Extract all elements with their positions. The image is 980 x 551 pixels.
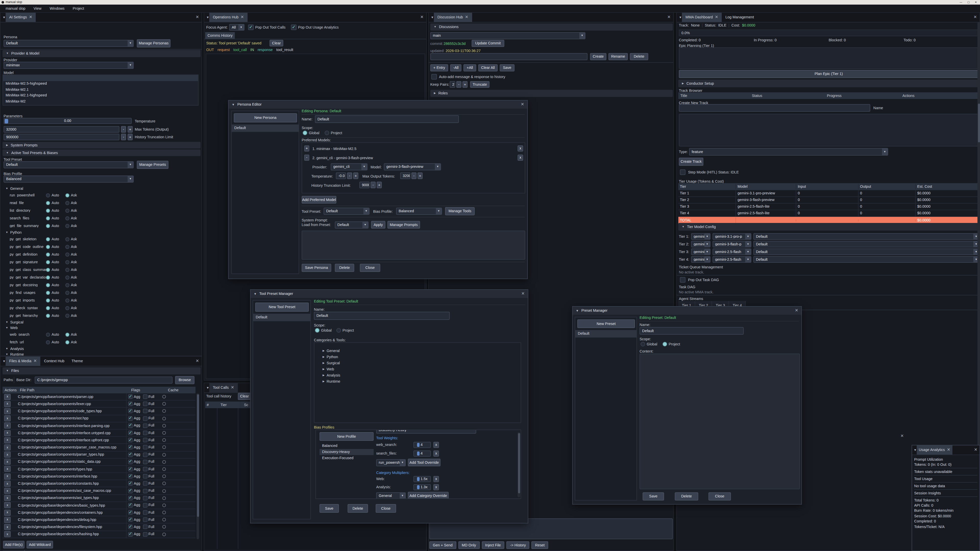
tier-model-config-header[interactable]: ▼Tier Model Config [678, 223, 979, 230]
weight-remove-button[interactable]: x [433, 450, 439, 456]
full-checkbox[interactable]: ✓ [143, 489, 148, 493]
tool-override-select[interactable]: run_powershell▼ [376, 459, 406, 466]
tab-theme[interactable]: Theme [68, 357, 86, 366]
tier-model-select[interactable]: gemini-3-flash-p▼ [713, 241, 751, 248]
new-persona-button[interactable]: New Persona [234, 113, 297, 122]
manage-personas-button[interactable]: Manage Personas [137, 39, 170, 48]
file-remove-button[interactable]: x [4, 524, 11, 530]
bias-profile-list-item[interactable]: Discovery-Heavy [320, 449, 374, 455]
add-files-button[interactable]: Add File(s) [3, 541, 24, 548]
preset-content-textarea[interactable] [640, 354, 800, 489]
browse-button[interactable]: Browse [175, 376, 194, 384]
agg-checkbox[interactable]: ✓ [128, 525, 133, 529]
delete-persona-button[interactable]: Delete [335, 264, 354, 272]
auto-radio[interactable] [46, 201, 50, 205]
create-track-button[interactable]: Create Track [679, 158, 703, 166]
agg-checkbox[interactable]: ✓ [128, 438, 133, 442]
pm-maxout-plus[interactable]: + [417, 172, 423, 179]
ask-radio[interactable] [65, 298, 69, 302]
base-dir-input[interactable]: C:/projects/gencpp [35, 376, 172, 384]
preset-save-button[interactable]: Save [643, 492, 664, 500]
tpm-titlebar[interactable]: ▼Tool Preset Manager✕ [251, 290, 528, 298]
agg-checkbox[interactable]: ✓ [128, 495, 133, 500]
ask-radio[interactable] [65, 275, 69, 279]
weight-slider[interactable]: 4 [414, 441, 431, 448]
persona-list-item[interactable]: Default [232, 124, 299, 132]
ask-radio[interactable] [65, 283, 69, 287]
conductor-setup-header[interactable]: ▶Conductor Setup [678, 79, 979, 87]
group-general-header[interactable]: ▼General [0, 186, 200, 191]
ask-radio[interactable] [65, 208, 69, 213]
auto-radio[interactable] [46, 291, 50, 295]
pm-temp-plus[interactable]: + [353, 172, 358, 179]
tool-preset-list-item[interactable]: Default [253, 314, 310, 321]
file-remove-button[interactable]: x [4, 473, 11, 479]
tab-close-icon[interactable]: ✕ [33, 359, 37, 364]
ask-radio[interactable] [65, 245, 69, 249]
panel-collapse-icon[interactable]: ▼ [3, 16, 6, 19]
auto-radio[interactable] [46, 224, 50, 228]
preset-name-input[interactable]: Default [640, 327, 744, 335]
tier-preset-select[interactable]: Default▼ [753, 248, 980, 255]
panel-collapse-icon[interactable]: ▼ [914, 448, 917, 451]
dialog-close-icon[interactable]: ✕ [521, 102, 524, 107]
ask-radio[interactable] [65, 252, 69, 256]
create-discussion-button[interactable]: Create [590, 53, 606, 60]
track-type-select[interactable]: feature▼ [689, 148, 888, 156]
model-list-item[interactable]: MiniMax-M2.1-highspeed [3, 93, 198, 98]
tier-model-select[interactable]: gemini-3.1-pro-p▼ [713, 233, 751, 240]
keep-pairs-input[interactable]: 2 [450, 81, 455, 88]
multiplier-slider[interactable]: 1.3x [414, 484, 431, 490]
composer-button[interactable]: Reset [531, 541, 549, 549]
category-override-select[interactable]: General▼ [376, 492, 406, 499]
track-description-textarea[interactable] [679, 114, 978, 146]
ask-radio[interactable] [65, 260, 69, 264]
popout-tool-calls-checkbox[interactable]: ✓ [248, 24, 254, 30]
panel-collapse-icon[interactable]: ▼ [206, 16, 209, 19]
panel-close-icon[interactable]: ✕ [420, 15, 424, 20]
bias-profile-list-item[interactable]: Balanced [320, 443, 374, 449]
auto-add-checkbox[interactable]: ✓ [431, 74, 437, 79]
close-persona-button[interactable]: Close [360, 264, 380, 272]
entry-action-button[interactable]: +All [464, 64, 476, 71]
agg-checkbox[interactable]: ✓ [128, 510, 133, 515]
ask-radio[interactable] [65, 268, 69, 272]
tab-discussion-hub[interactable]: Discussion Hub✕ [434, 13, 472, 22]
minimize-icon[interactable]: — [959, 1, 962, 4]
file-remove-button[interactable]: x [4, 445, 11, 451]
composer-button[interactable]: MD Only [458, 541, 479, 549]
tab-ai-settings[interactable]: AI Settings✕ [6, 13, 36, 22]
agg-checkbox[interactable]: ✓ [128, 460, 133, 464]
tier-model-select[interactable]: gemini-2.5-flash▼ [713, 256, 751, 263]
tab-close-icon[interactable]: ✕ [715, 15, 718, 20]
panel-collapse-icon[interactable]: ▼ [679, 16, 682, 19]
files-scrollbar[interactable] [197, 393, 199, 539]
panel-close-icon[interactable]: ✕ [196, 359, 199, 364]
tier-model-select[interactable]: gemini-2.5-flash▼ [713, 248, 751, 255]
tab-close-icon[interactable]: ✕ [465, 15, 468, 20]
model2-remove-button[interactable]: x [517, 155, 523, 161]
provider-select[interactable]: minimax▼ [3, 62, 134, 69]
entry-action-button[interactable]: Save [500, 64, 514, 71]
group-surgical-header[interactable]: ▼Surgical [0, 319, 200, 325]
auto-radio[interactable] [46, 237, 50, 241]
save-persona-button[interactable]: Save Persona [302, 264, 331, 272]
agg-checkbox[interactable]: ✓ [128, 424, 133, 428]
add-preferred-model-button[interactable]: Add Preferred Model [302, 196, 336, 203]
full-checkbox[interactable]: ✓ [143, 467, 148, 472]
popout-task-dag-checkbox[interactable]: ✓ [680, 277, 686, 283]
history-limit-input[interactable]: 900000 [3, 134, 119, 140]
track-name-input[interactable] [679, 104, 870, 112]
scope-global-radio[interactable] [303, 130, 307, 135]
category-tree-item[interactable]: ▶General [314, 348, 520, 354]
tab-close-icon[interactable]: ✕ [241, 15, 244, 20]
update-commit-button[interactable]: Update Commit [472, 40, 504, 47]
category-tree-item[interactable]: ▶Surgical [314, 360, 520, 366]
ask-radio[interactable] [65, 224, 69, 228]
entry-action-button[interactable]: -All [450, 64, 462, 71]
ask-radio[interactable] [65, 340, 69, 344]
file-remove-button[interactable]: x [4, 459, 11, 465]
load-from-preset-select[interactable]: Default▼ [335, 221, 369, 229]
tpm-close-button[interactable]: Close [375, 504, 396, 513]
persona-editor-titlebar[interactable]: ▼Persona Editor✕ [229, 100, 527, 109]
